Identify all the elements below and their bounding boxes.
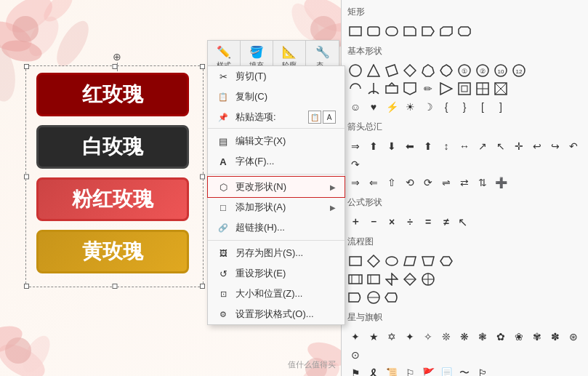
- paste-option-1[interactable]: 📋: [308, 111, 321, 124]
- shape-basic-17[interactable]: [456, 81, 472, 97]
- arrow-lr[interactable]: ↔: [456, 138, 472, 154]
- shape-basic-18[interactable]: [475, 81, 491, 97]
- flow-diamond[interactable]: [366, 253, 382, 269]
- shape-basic-11[interactable]: [347, 81, 363, 97]
- star-ring2[interactable]: ⊙: [347, 347, 363, 363]
- shape-basic-16[interactable]: [438, 81, 454, 97]
- shape-basic-12[interactable]: [366, 81, 382, 97]
- shape-basic-2[interactable]: [366, 63, 382, 79]
- star-6[interactable]: ✡: [384, 329, 400, 345]
- shape-brace-r[interactable]: ]: [493, 99, 509, 115]
- flow-mag-disk[interactable]: [366, 289, 382, 305]
- menu-cut[interactable]: ✂ 剪切(T): [208, 66, 345, 87]
- flow-oval[interactable]: [384, 253, 400, 269]
- arrow-plus[interactable]: ➕: [493, 175, 509, 191]
- flag-penta[interactable]: 🚩: [420, 365, 436, 376]
- formula-plus[interactable]: ＋: [347, 214, 363, 230]
- shape-rect-3[interactable]: [384, 23, 400, 39]
- arrow-curve-u[interactable]: ↶: [565, 138, 581, 154]
- shape-rect-6[interactable]: [438, 23, 454, 39]
- menu-reset-shape[interactable]: ↺ 重设形状(E): [208, 263, 345, 284]
- shape-smiley[interactable]: ☺: [347, 99, 363, 115]
- shape-red-rose[interactable]: 红玫瑰: [36, 73, 189, 116]
- flow-rect2[interactable]: [347, 271, 363, 287]
- shape-bracket-r[interactable]: }: [456, 99, 472, 115]
- shape-basic-3[interactable]: [384, 63, 400, 79]
- menu-paste[interactable]: 📌 粘贴选项: 📋 A: [208, 107, 345, 126]
- flow-hex[interactable]: [438, 253, 454, 269]
- menu-size-position[interactable]: ⊡ 大小和位置(Z)...: [208, 284, 345, 304]
- flow-delay[interactable]: [347, 289, 363, 305]
- arrow-chevron-l[interactable]: ⇐: [366, 175, 382, 191]
- shape-rect-7[interactable]: [456, 23, 472, 39]
- flow-merge[interactable]: [384, 271, 400, 287]
- star-7[interactable]: ✦: [402, 329, 418, 345]
- paste-option-2[interactable]: A: [323, 111, 336, 124]
- arrow-cross-l[interactable]: ⇄: [456, 175, 472, 191]
- shape-lightning[interactable]: ⚡: [384, 99, 400, 115]
- arrow-stripe[interactable]: ⇅: [475, 175, 491, 191]
- shape-rect-4[interactable]: [402, 23, 418, 39]
- star-12[interactable]: ❋: [456, 329, 472, 345]
- arrow-up[interactable]: ⬆: [366, 138, 382, 154]
- menu-change-shape[interactable]: ⬡ 更改形状(N) ▶: [208, 177, 345, 197]
- flow-para[interactable]: [402, 253, 418, 269]
- arrow-left[interactable]: ⬅: [402, 138, 418, 154]
- arrow-down[interactable]: ⬇: [384, 138, 400, 154]
- star-8[interactable]: ✧: [420, 329, 436, 345]
- shape-moon[interactable]: ☽: [420, 99, 436, 115]
- star-ring1[interactable]: ⊛: [565, 329, 581, 345]
- shape-basic-13[interactable]: [384, 81, 400, 97]
- formula-div[interactable]: ÷: [402, 214, 418, 230]
- shape-heart[interactable]: ♥: [366, 99, 382, 115]
- shape-pink-rose[interactable]: 粉红玫瑰: [36, 177, 189, 221]
- shape-basic-4[interactable]: [402, 63, 418, 79]
- arrow-quad[interactable]: ✛: [511, 138, 527, 154]
- flow-or[interactable]: [420, 271, 436, 287]
- star-burst3[interactable]: ❀: [511, 329, 527, 345]
- shape-rect-1[interactable]: [347, 23, 363, 39]
- flow-display[interactable]: [384, 289, 400, 305]
- star-burst2[interactable]: ✿: [493, 329, 509, 345]
- scroll-h[interactable]: 📃: [438, 365, 454, 376]
- arrow-chevron-r[interactable]: ⇒: [347, 175, 363, 191]
- shape-rect-5[interactable]: [420, 23, 436, 39]
- arrow-loop2[interactable]: ⟳: [420, 175, 436, 191]
- arrow-dl[interactable]: ↖: [493, 138, 509, 154]
- shape-basic-7[interactable]: ①: [456, 63, 472, 79]
- shape-yellow-rose[interactable]: 黄玫瑰: [36, 230, 189, 273]
- shape-basic-8[interactable]: ②: [475, 63, 491, 79]
- flag-rect[interactable]: ⚐: [402, 365, 418, 376]
- arrow-bent-l[interactable]: ↪: [547, 138, 563, 154]
- shape-rect-2[interactable]: [366, 23, 382, 39]
- rect-banner[interactable]: 🏳: [475, 365, 491, 376]
- shape-sun[interactable]: ☀: [402, 99, 418, 115]
- shape-basic-15[interactable]: ✏: [420, 81, 436, 97]
- rotate-handle[interactable]: ⊕: [113, 51, 121, 71]
- menu-font[interactable]: A 字体(F)...: [208, 151, 345, 172]
- formula-times[interactable]: ×: [384, 214, 400, 230]
- flow-sort[interactable]: [402, 271, 418, 287]
- arrow-up2[interactable]: ⬆: [420, 138, 436, 154]
- wave-flag[interactable]: ⚑: [347, 365, 363, 376]
- shape-basic-10[interactable]: 12: [511, 63, 527, 79]
- shape-basic-14[interactable]: [402, 81, 418, 97]
- shape-basic-19[interactable]: [493, 81, 509, 97]
- menu-edit-text[interactable]: ▤ 编辑文字(X): [208, 131, 345, 151]
- flow-rect[interactable]: [347, 253, 363, 269]
- formula-eq[interactable]: =: [420, 214, 436, 230]
- menu-hyperlink[interactable]: 🔗 超链接(H)...: [208, 217, 345, 238]
- star-4[interactable]: ✦: [347, 329, 363, 345]
- ribbon[interactable]: 🎗: [366, 365, 382, 376]
- wave-banner[interactable]: 〜: [456, 365, 472, 376]
- shape-white-rose[interactable]: 白玫瑰: [36, 125, 189, 169]
- shape-basic-5[interactable]: [420, 63, 436, 79]
- arrow-curve-d[interactable]: ↷: [347, 156, 363, 172]
- menu-add-shape[interactable]: □ 添加形状(A) ▶: [208, 197, 345, 217]
- arrow-home[interactable]: ⇧: [384, 175, 400, 191]
- menu-format-shape[interactable]: ⚙ 设置形状格式(O)...: [208, 304, 345, 324]
- star-burst1[interactable]: ❃: [475, 329, 491, 345]
- arrow-dr[interactable]: ↗: [475, 138, 491, 154]
- shape-basic-9[interactable]: 10: [493, 63, 509, 79]
- menu-copy[interactable]: 📋 复制(C): [208, 87, 345, 107]
